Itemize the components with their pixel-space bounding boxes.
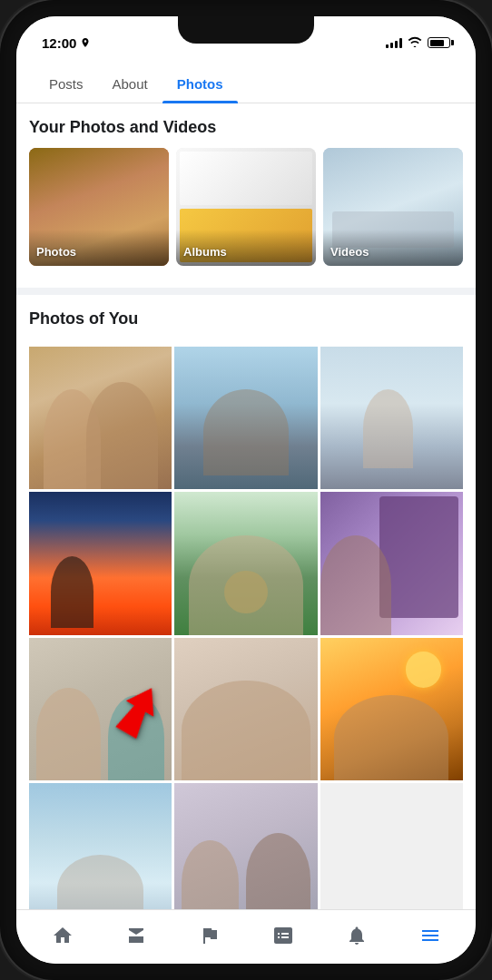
main-content: Posts About Photos Your Photos and Video… (16, 56, 476, 909)
news-icon (272, 925, 294, 950)
bottom-navigation (16, 909, 476, 964)
photos-thumb-label: Photos (36, 245, 76, 259)
photo-cell-6[interactable] (320, 492, 463, 634)
photo-cell-12 (320, 783, 463, 909)
nav-home[interactable] (41, 919, 84, 956)
tab-about[interactable]: About (98, 69, 162, 103)
photos-of-you-title: Photos of You (29, 309, 463, 328)
nav-marketplace[interactable] (114, 919, 158, 956)
status-time: 12:00 (42, 35, 91, 51)
menu-icon (419, 925, 441, 950)
photo-cell-1[interactable] (29, 347, 172, 489)
phone-frame: 12:00 (0, 0, 492, 980)
albums-thumb-label: Albums (183, 245, 227, 259)
photo-cell-11[interactable] (174, 783, 317, 909)
screen: 12:00 (16, 16, 476, 964)
status-right (386, 36, 450, 50)
wifi-icon (408, 36, 422, 50)
media-thumbnails-row: Photos Albums (29, 148, 463, 266)
your-photos-section: Your Photos and Videos Photos (16, 103, 476, 288)
photos-thumbnail[interactable]: Photos (29, 148, 169, 266)
home-icon (52, 925, 74, 950)
store-icon (125, 925, 147, 950)
tab-photos[interactable]: Photos (162, 69, 238, 103)
photos-grid (16, 347, 476, 909)
videos-thumbnail[interactable]: Videos (323, 148, 463, 266)
nav-pages[interactable] (188, 919, 231, 956)
section-divider (16, 288, 476, 295)
signal-icon (386, 37, 402, 48)
nav-news[interactable] (261, 919, 305, 956)
photo-cell-3[interactable] (320, 347, 463, 489)
nav-notifications[interactable] (335, 919, 379, 956)
photo-cell-7[interactable] (29, 638, 172, 780)
your-photos-title: Your Photos and Videos (29, 118, 463, 137)
photos-of-you-section: Photos of You (16, 295, 476, 347)
nav-menu[interactable] (408, 919, 452, 956)
bell-icon (346, 925, 368, 950)
flag-icon (199, 925, 221, 950)
photo-cell-9[interactable] (320, 638, 463, 780)
photo-cell-8[interactable] (174, 638, 317, 780)
battery-icon (428, 37, 450, 48)
location-icon (80, 37, 91, 48)
tab-posts[interactable]: Posts (34, 69, 98, 103)
photo-cell-4[interactable] (29, 492, 172, 634)
photo-cell-10[interactable] (29, 783, 172, 909)
notch (178, 16, 314, 44)
photo-cell-2[interactable] (174, 347, 317, 489)
videos-thumb-label: Videos (330, 245, 369, 259)
albums-thumbnail[interactable]: Albums (176, 148, 316, 266)
photo-cell-5[interactable] (174, 492, 317, 634)
tab-navigation: Posts About Photos (16, 56, 476, 103)
